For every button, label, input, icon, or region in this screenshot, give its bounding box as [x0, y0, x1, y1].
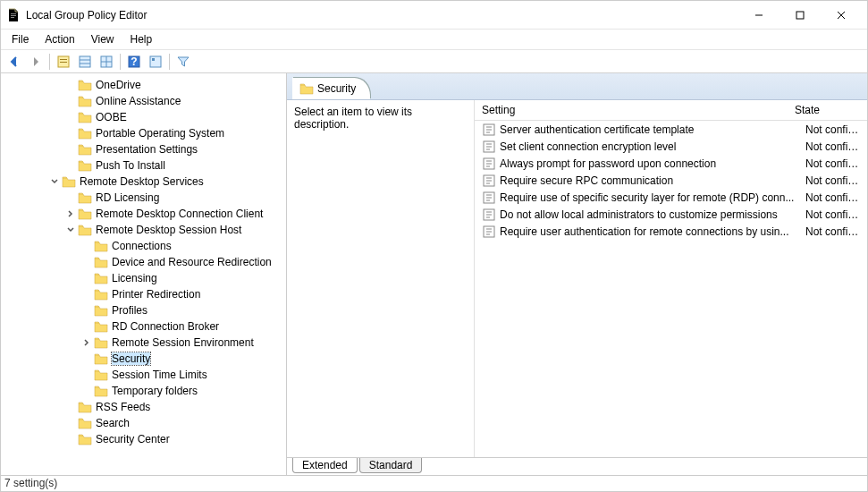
- setting-state: Not configured: [805, 191, 860, 204]
- menu-file[interactable]: File: [4, 31, 36, 47]
- chevron-right-icon[interactable]: [81, 337, 92, 348]
- tree-item[interactable]: Presentation Settings: [1, 141, 286, 157]
- tree-item[interactable]: Search: [1, 415, 286, 431]
- setting-row[interactable]: Set client connection encryption levelNo…: [475, 138, 867, 155]
- tree-item-label: OneDrive: [96, 79, 141, 91]
- tree-item-label: Remote Desktop Session Host: [96, 224, 241, 236]
- toolbar-separator: [120, 54, 121, 70]
- settings-list[interactable]: Setting State Server authentication cert…: [475, 100, 867, 457]
- setting-row[interactable]: Require user authentication for remote c…: [475, 223, 867, 240]
- tree-item[interactable]: RD Licensing: [1, 190, 286, 206]
- filter-button[interactable]: [173, 52, 193, 72]
- app-icon: [6, 8, 21, 22]
- status-text: 7 setting(s): [4, 477, 57, 489]
- tree-item[interactable]: Security Center: [1, 431, 286, 447]
- column-header-state[interactable]: State: [788, 100, 859, 120]
- tree-item-label: Device and Resource Redirection: [112, 256, 272, 268]
- detail-folder-name: Security: [317, 82, 356, 95]
- tree-item-label: Licensing: [112, 272, 157, 284]
- tree-item-label: RD Connection Broker: [112, 320, 219, 333]
- tree-item-label: Remote Desktop Connection Client: [96, 208, 263, 220]
- tree-item-label: Push To Install: [96, 159, 165, 172]
- setting-row[interactable]: Always prompt for password upon connecti…: [475, 155, 867, 172]
- setting-state: Not configured: [805, 174, 860, 187]
- toolbar-separator: [169, 54, 170, 70]
- chevron-down-icon[interactable]: [49, 176, 60, 187]
- tree-item-label: RD Licensing: [96, 191, 159, 204]
- forward-button[interactable]: [26, 52, 46, 72]
- tree-pane[interactable]: OneDriveOnline AssistanceOOBEPortable Op…: [1, 73, 287, 475]
- tree-item-label: Search: [96, 417, 130, 429]
- policy-tree: OneDriveOnline AssistanceOOBEPortable Op…: [1, 73, 286, 454]
- tree-item-label: Remote Session Environment: [112, 336, 254, 349]
- tree-item[interactable]: Connections: [1, 238, 286, 254]
- tree-item[interactable]: RD Connection Broker: [1, 318, 286, 335]
- tree-item[interactable]: Remote Session Environment: [1, 335, 286, 351]
- setting-label: Require use of specific security layer f…: [500, 191, 805, 204]
- tab-standard[interactable]: Standard: [359, 458, 423, 473]
- svg-rect-2: [11, 17, 14, 18]
- help-button[interactable]: ?: [124, 52, 144, 72]
- tree-item[interactable]: Online Assistance: [1, 93, 286, 109]
- options-button[interactable]: [146, 52, 165, 72]
- setting-row[interactable]: Require secure RPC communicationNot conf…: [475, 172, 867, 189]
- menu-action[interactable]: Action: [38, 31, 81, 47]
- setting-state: Not configured: [805, 225, 860, 238]
- statusbar: 7 setting(s): [1, 475, 867, 491]
- svg-rect-9: [60, 62, 67, 63]
- tree-item[interactable]: Session Time Limits: [1, 367, 286, 383]
- menu-help[interactable]: Help: [123, 31, 160, 47]
- setting-state: Not configured: [805, 157, 860, 170]
- tree-item[interactable]: Remote Desktop Session Host: [1, 222, 286, 238]
- svg-rect-10: [80, 56, 90, 67]
- setting-row[interactable]: Do not allow local administrators to cus…: [475, 206, 867, 223]
- tree-item[interactable]: Device and Resource Redirection: [1, 254, 286, 270]
- detail-view-button[interactable]: [97, 52, 116, 72]
- tab-extended[interactable]: Extended: [292, 458, 358, 473]
- folder-icon: [299, 82, 314, 95]
- setting-row[interactable]: Require use of specific security layer f…: [475, 189, 867, 206]
- svg-rect-8: [60, 59, 67, 60]
- menu-view[interactable]: View: [84, 31, 122, 47]
- description-text: Select an item to view its description.: [294, 106, 412, 131]
- tree-item-label: Online Assistance: [96, 95, 181, 107]
- setting-label: Set client connection encryption level: [500, 140, 805, 153]
- tree-item-label: Printer Redirection: [112, 288, 200, 301]
- tree-item[interactable]: Remote Desktop Connection Client: [1, 206, 286, 222]
- window-title: Local Group Policy Editor: [26, 9, 147, 21]
- tree-item[interactable]: RSS Feeds: [1, 399, 286, 415]
- toolbar-separator: [49, 54, 50, 70]
- chevron-right-icon[interactable]: [65, 208, 76, 219]
- titlebar: Local Group Policy Editor: [1, 1, 867, 30]
- setting-label: Require secure RPC communication: [500, 174, 805, 187]
- app-window: Local Group Policy Editor File Action Vi…: [0, 0, 868, 492]
- tree-item[interactable]: Security: [1, 351, 286, 367]
- detail-body: Select an item to view its description. …: [287, 100, 867, 457]
- chevron-down-icon[interactable]: [65, 225, 76, 235]
- svg-rect-4: [796, 12, 804, 19]
- tree-item[interactable]: OOBE: [1, 109, 286, 125]
- tree-item-label: Profiles: [112, 304, 147, 317]
- properties-button[interactable]: [54, 52, 73, 72]
- tree-item[interactable]: Licensing: [1, 270, 286, 286]
- tree-item[interactable]: Push To Install: [1, 157, 286, 174]
- tree-item-label: Portable Operating System: [96, 127, 224, 140]
- detail-folder-tab: Security: [292, 78, 370, 99]
- column-header-setting[interactable]: Setting: [475, 100, 788, 120]
- detail-header: Security: [287, 73, 867, 100]
- list-view-button[interactable]: [75, 52, 95, 72]
- back-button[interactable]: [4, 52, 24, 72]
- tree-item[interactable]: Portable Operating System: [1, 125, 286, 141]
- setting-row[interactable]: Server authentication certificate templa…: [475, 121, 867, 138]
- menubar: File Action View Help: [1, 30, 867, 50]
- tree-item-label: OOBE: [96, 111, 127, 123]
- close-button[interactable]: [821, 2, 862, 29]
- minimize-button[interactable]: [738, 2, 780, 29]
- maximize-button[interactable]: [780, 2, 821, 29]
- tree-item[interactable]: Temporary folders: [1, 383, 286, 399]
- tree-item[interactable]: Profiles: [1, 302, 286, 318]
- tree-item[interactable]: Remote Desktop Services: [1, 174, 286, 190]
- setting-label: Do not allow local administrators to cus…: [500, 208, 805, 221]
- tree-item[interactable]: OneDrive: [1, 77, 286, 93]
- tree-item[interactable]: Printer Redirection: [1, 286, 286, 302]
